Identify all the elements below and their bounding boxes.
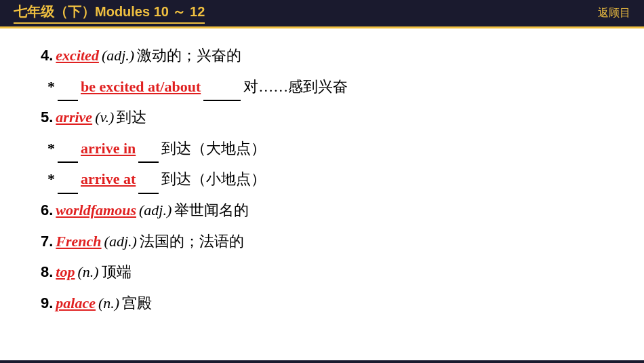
entry-5-sub1-phrase: arrive in bbox=[81, 135, 136, 162]
entry-9: 9. palace (n.) 宫殿 bbox=[41, 290, 603, 317]
entry-7-definition: 法国的；法语的 bbox=[140, 228, 244, 255]
entry-5-sub1-definition: 到达（大地点） bbox=[161, 135, 266, 162]
entry-6-number: 6. bbox=[41, 197, 53, 224]
entry-8-number: 8. bbox=[41, 259, 53, 286]
entry-5-sub2-definition: 到达（小地点） bbox=[161, 166, 266, 193]
entry-7-pos: (adj.) bbox=[104, 228, 137, 255]
entry-4-sub-asterisk: * bbox=[47, 73, 55, 100]
header-title: 七年级（下）Modules 10 ～ 12 bbox=[14, 3, 205, 24]
entry-4-sub-phrase: be excited at/about bbox=[81, 73, 201, 100]
content-area: 4. excited (adj.) 激动的；兴奋的 * be excited a… bbox=[0, 28, 644, 334]
entry-5: 5. arrive (v.) 到达 bbox=[41, 104, 603, 131]
entry-4-pos: (adj.) bbox=[102, 42, 134, 69]
entry-5-keyword: arrive bbox=[56, 104, 92, 131]
entry-6-pos: (adj.) bbox=[139, 197, 172, 224]
entry-6-keyword: worldfamous bbox=[56, 197, 136, 224]
entry-5-sub1-asterisk: * bbox=[47, 135, 55, 162]
entry-5-sub-2: * arrive at 到达（小地点） bbox=[41, 166, 603, 194]
entry-4-keyword: excited bbox=[56, 42, 99, 69]
entry-8-pos: (n.) bbox=[77, 259, 98, 286]
entry-7-keyword: French bbox=[56, 228, 101, 255]
entry-9-keyword: palace bbox=[56, 290, 96, 317]
entry-4: 4. excited (adj.) 激动的；兴奋的 bbox=[41, 42, 603, 69]
entry-5-sub2-asterisk: * bbox=[47, 166, 55, 193]
entry-8: 8. top (n.) 顶端 bbox=[41, 259, 603, 286]
header: 七年级（下）Modules 10 ～ 12 返顾目 bbox=[0, 0, 644, 28]
entry-5-definition: 到达 bbox=[117, 104, 146, 131]
entry-9-definition: 宫殿 bbox=[122, 290, 152, 317]
entry-6-definition: 举世闻名的 bbox=[174, 197, 249, 224]
bottom-separator bbox=[0, 360, 644, 363]
entry-4-definition: 激动的；兴奋的 bbox=[137, 42, 241, 69]
entry-7: 7. French (adj.) 法国的；法语的 bbox=[41, 228, 603, 255]
entry-8-keyword: top bbox=[56, 259, 75, 286]
entry-9-pos: (n.) bbox=[98, 290, 119, 317]
entry-6: 6. worldfamous (adj.) 举世闻名的 bbox=[41, 197, 603, 224]
entry-8-definition: 顶端 bbox=[102, 259, 132, 286]
entry-5-number: 5. bbox=[41, 104, 53, 131]
entry-7-number: 7. bbox=[41, 228, 53, 255]
entry-4-number: 4. bbox=[41, 42, 53, 69]
entry-5-pos: (v.) bbox=[95, 104, 114, 131]
entry-5-sub2-phrase: arrive at bbox=[81, 166, 136, 193]
page-wrapper: 七年级（下）Modules 10 ～ 12 返顾目 4. excited (ad… bbox=[0, 0, 644, 363]
entry-4-sub: * be excited at/about 对……感到兴奋 bbox=[41, 73, 603, 102]
entry-5-sub-1: * arrive in 到达（大地点） bbox=[41, 135, 603, 164]
entry-4-sub-definition: 对……感到兴奋 bbox=[243, 73, 348, 100]
entry-9-number: 9. bbox=[41, 290, 53, 317]
back-button[interactable]: 返顾目 bbox=[598, 6, 630, 20]
